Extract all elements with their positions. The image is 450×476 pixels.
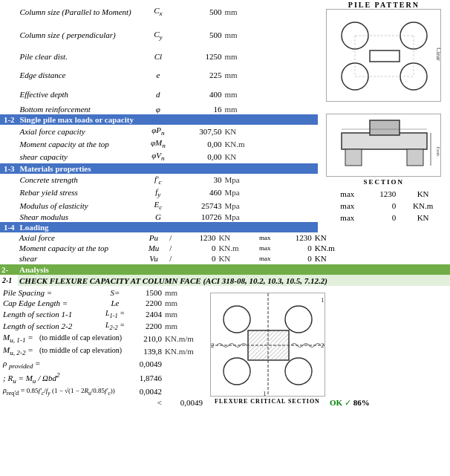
max-pu-unit: KN xyxy=(313,232,336,243)
column-size-parallel-label: Column size (Parallel to Moment) xyxy=(18,0,146,24)
pile-spacing-val: 1500 xyxy=(126,287,163,298)
slash-mu: / xyxy=(165,243,177,253)
unit-e: mm xyxy=(223,66,257,85)
svg-point-17 xyxy=(224,306,250,333)
loading-values-table: max 1230 KN max 0 KN.m max 0 KN xyxy=(319,187,449,224)
cap-edge-unit: mm xyxy=(163,298,204,308)
unit-phi-pn: KN xyxy=(223,125,257,137)
row-indent xyxy=(0,150,18,163)
ok-check-icon: ✓ xyxy=(345,398,351,407)
svg-rect-11 xyxy=(370,120,400,135)
val-phi-vn: 0,00 xyxy=(181,150,223,163)
axial-force-row: Axial force Pu / 1230 KN max 1230 KN xyxy=(0,232,450,243)
unit-g: Mpa xyxy=(223,212,257,222)
symbol-fy: fy xyxy=(147,186,170,199)
row-indent xyxy=(0,125,18,137)
val-fc: 30 xyxy=(181,174,223,186)
symbol-phi-pn: φPn xyxy=(147,125,170,137)
pile-clear-label: Pile clear dist. xyxy=(18,47,146,66)
moment-cap-top-label: Moment capacity at the top xyxy=(18,137,146,150)
unit-pu: KN xyxy=(217,232,250,243)
section-svg: Emb xyxy=(326,114,441,177)
max-label-2: max xyxy=(321,200,356,211)
rho-reqd-val: 0,0042 xyxy=(126,385,163,397)
flexure-diagram: 1 2 2 1 FLEXURE CRITICAL SECTION xyxy=(208,287,327,408)
val-vu: 0 xyxy=(177,253,218,264)
svg-text:Emb: Emb xyxy=(435,146,441,157)
max-label-1: max xyxy=(321,189,356,199)
section-11-label: Length of section 1-1 xyxy=(0,308,104,320)
section-2-header-row: 2- Analysis xyxy=(0,264,450,275)
mu22-label: Mu, 2-2 = (to middle of cap elevation) xyxy=(0,345,126,357)
section-11-val: 2404 xyxy=(126,308,163,320)
symbol-e: e xyxy=(147,66,170,85)
row-num xyxy=(0,0,18,24)
shear-cap-label: shear capacity xyxy=(18,150,146,163)
val-cy: 500 xyxy=(181,24,223,48)
val-phi: 16 xyxy=(181,104,223,114)
section-1-3-num: 1-3 xyxy=(0,163,18,174)
svg-text:1: 1 xyxy=(263,390,267,397)
symbol-fc: f'c xyxy=(147,174,170,186)
unit-phi-mn: KN.m xyxy=(223,137,257,150)
symbol-vu: Vu xyxy=(143,253,165,264)
unit-ec: Mpa xyxy=(223,199,257,212)
val-e: 225 xyxy=(181,66,223,85)
mu11-unit: KN.m/m xyxy=(163,332,204,345)
row-num xyxy=(0,104,18,114)
section-22-val: 2200 xyxy=(126,320,163,332)
loading-vu-unit: KN xyxy=(399,212,447,223)
slash-pu: / xyxy=(165,232,177,243)
val-phi-mn: 0,00 xyxy=(181,137,223,150)
symbol-phi-vn: φVn xyxy=(147,150,170,163)
modulus-elasticity-label: Modulus of elasticity xyxy=(18,199,146,212)
row-num xyxy=(0,24,18,48)
val-fy: 460 xyxy=(181,186,223,199)
loading-vu-max: 0 xyxy=(357,212,397,223)
unit-cx: mm xyxy=(223,0,257,24)
ru-val: 1,8746 xyxy=(126,371,163,385)
val-pu: 1230 xyxy=(177,232,218,243)
section-1-3-header: Materials properties xyxy=(18,163,317,174)
rho-reqd-label: ρreq'd = 0.85f'c/fy (1 − √(1 − 2Ru/0.85f… xyxy=(0,385,126,397)
pile-pattern-label: PILE PATTERN xyxy=(319,1,449,9)
section-2-1-header: CHECK FLEXURE CAPACITY AT COLUMN FACE (A… xyxy=(18,275,450,286)
val-g: 10726 xyxy=(181,212,223,222)
comparison-less: < xyxy=(126,397,163,408)
symbol-cx: Cx xyxy=(147,0,170,24)
symbol-pu: Pu xyxy=(143,232,165,243)
mu11-label: Mu, 1-1 = (to middle of cap elevation) xyxy=(0,332,126,345)
symbol-cy: Cy xyxy=(147,24,170,48)
pile-spacing-unit: mm xyxy=(163,287,204,298)
row-indent xyxy=(0,174,18,186)
unit-d: mm xyxy=(223,85,257,104)
concrete-strength-label: Concrete strength xyxy=(18,174,146,186)
val-ec: 25743 xyxy=(181,199,223,212)
unit-fy: Mpa xyxy=(223,186,257,199)
bottom-reinforcement-row: Bottom reinforcement φ 16 mm xyxy=(0,104,450,114)
loading-mu-unit: KN.m xyxy=(399,200,447,211)
section-diagram-area: Emb SECTION max 1230 KN max 0 xyxy=(318,104,450,232)
val-phi-pn: 307,50 xyxy=(181,125,223,137)
row-num xyxy=(0,47,18,66)
section-22-symbol: L2-2 = xyxy=(104,320,126,332)
symbol-mu: Mu xyxy=(143,243,165,253)
max-label-3: max xyxy=(321,212,356,223)
section-11-unit: mm xyxy=(163,308,204,320)
cap-edge-label: Cap Edge Length = xyxy=(0,298,104,308)
unit-mu: KN.m xyxy=(217,243,250,253)
val-mu: 0 xyxy=(177,243,218,253)
val-d: 400 xyxy=(181,85,223,104)
section-1-2-header: Single pile max loads or capacity xyxy=(18,114,317,125)
shear-loading-label: shear xyxy=(18,253,143,264)
svg-text:1: 1 xyxy=(321,296,325,304)
section-11-symbol: L1-1 = xyxy=(104,308,126,320)
ru-label: ; Ru = Mu / Ωbd2 xyxy=(0,371,126,385)
unit-cl: mm xyxy=(223,47,257,66)
check-header-text: CHECK FLEXURE CAPACITY AT COLUMN FACE (A… xyxy=(19,276,327,285)
unit-phi: mm xyxy=(223,104,257,114)
svg-point-18 xyxy=(285,306,312,333)
pile-spacing-row: Pile Spacing = S= 1500 mm xyxy=(0,287,450,298)
mu22-val: 139,8 xyxy=(126,345,163,357)
svg-text:Clear: Clear xyxy=(435,48,441,61)
